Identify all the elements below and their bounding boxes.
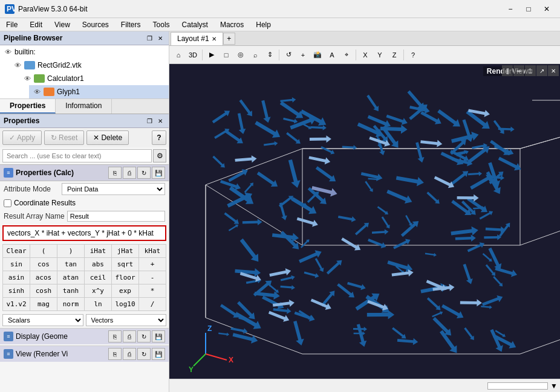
formula-box[interactable]: vectors_X * iHat + vectors_Y * jHat + 0 … xyxy=(2,225,166,241)
toolbar-reset[interactable]: ↺ xyxy=(282,48,295,62)
pipeline-item-glyph[interactable]: 👁 Glyph1 xyxy=(29,85,169,98)
calc-plus[interactable]: + xyxy=(139,258,166,271)
display-paste-button[interactable]: ⎙ xyxy=(123,330,136,342)
calc-close-paren[interactable]: ) xyxy=(57,245,84,257)
reset-button[interactable]: ↻ Reset xyxy=(44,130,84,145)
calc-cos[interactable]: cos xyxy=(30,258,57,271)
calc-cosh[interactable]: cosh xyxy=(30,284,57,297)
calc-divide[interactable]: / xyxy=(139,298,166,310)
display-reload-button[interactable]: ↻ xyxy=(137,330,151,342)
calc-exp[interactable]: exp xyxy=(112,284,138,297)
calc-norm[interactable]: norm xyxy=(57,298,84,310)
calc-floor[interactable]: floor xyxy=(112,271,138,284)
minimize-button[interactable]: − xyxy=(502,3,519,15)
calc-tan[interactable]: tan xyxy=(57,258,84,271)
attribute-mode-select[interactable]: Point Data xyxy=(62,183,165,195)
calc-paste-button[interactable]: ⎙ xyxy=(123,167,136,179)
calc-khat[interactable]: kHat xyxy=(139,245,166,257)
calc-asin[interactable]: asin xyxy=(3,271,30,284)
menu-tools[interactable]: Tools xyxy=(147,18,176,31)
toolbar-axis-z[interactable]: Z xyxy=(388,48,401,62)
menu-catalyst[interactable]: Catalyst xyxy=(176,18,214,31)
toolbar-screenshot[interactable]: 📸 xyxy=(311,48,324,62)
menu-sources[interactable]: Sources xyxy=(76,18,115,31)
menu-filters[interactable]: Filters xyxy=(115,18,147,31)
toolbar-pan[interactable]: ⇕ xyxy=(263,48,276,62)
menu-file[interactable]: File xyxy=(0,18,24,31)
menu-help[interactable]: Help xyxy=(250,18,277,31)
viewport-tab-layout1[interactable]: Layout #1 ✕ xyxy=(171,32,223,45)
calc-sinh[interactable]: sinh xyxy=(3,284,30,297)
calc-ihat[interactable]: iHat xyxy=(85,245,111,257)
layout-tab-close[interactable]: ✕ xyxy=(212,36,217,42)
visibility-icon-rectgrid[interactable]: 👁 xyxy=(12,60,23,71)
calc-pow[interactable]: x^y xyxy=(85,284,111,297)
calc-sin[interactable]: sin xyxy=(3,258,30,271)
toolbar-orient[interactable]: ⌖ xyxy=(340,48,353,62)
maximize-button[interactable]: □ xyxy=(520,3,537,15)
viewport-3d[interactable]: RenderView1 ‖ ═ □ ↗ ✕ xyxy=(169,64,560,379)
tab-information[interactable]: Information xyxy=(56,99,112,114)
pipeline-float-button[interactable]: ❒ xyxy=(145,33,154,43)
calc-minus[interactable]: - xyxy=(139,271,166,284)
pipeline-close-button[interactable]: ✕ xyxy=(155,33,165,43)
add-layout-button[interactable]: + xyxy=(223,33,235,45)
calc-tanh[interactable]: tanh xyxy=(57,284,84,297)
pipeline-item-builtin[interactable]: 👁 builtin: xyxy=(0,45,169,59)
view-save-button[interactable]: 💾 xyxy=(152,348,165,360)
view-copy-button[interactable]: ⎘ xyxy=(108,348,122,360)
search-settings-button[interactable]: ⚙ xyxy=(153,149,166,162)
properties-close-button[interactable]: ✕ xyxy=(155,116,165,126)
vectors-select[interactable]: Vectors xyxy=(86,314,167,326)
toolbar-camera-plus[interactable]: + xyxy=(296,48,310,62)
visibility-icon-calculator[interactable]: 👁 xyxy=(22,73,33,84)
toolbar-select[interactable]: □ xyxy=(220,48,233,62)
pipeline-item-calculator[interactable]: 👁 Calculator1 xyxy=(19,72,169,85)
display-section[interactable]: ≡ Display (Geome ⎘ ⎙ ↻ 💾 xyxy=(0,328,169,344)
calc-abs[interactable]: abs xyxy=(85,258,111,271)
calc-atan[interactable]: atan xyxy=(57,271,84,284)
calc-save-button[interactable]: 💾 xyxy=(152,167,165,179)
display-copy-button[interactable]: ⎘ xyxy=(108,330,122,342)
menu-view[interactable]: View xyxy=(48,18,76,31)
apply-button[interactable]: ✓ Apply xyxy=(2,130,42,145)
toolbar-interact[interactable]: ▶ xyxy=(205,48,218,62)
calc-dot[interactable]: v1.v2 xyxy=(3,298,30,310)
view-reload-button[interactable]: ↻ xyxy=(137,348,151,360)
calc-mag[interactable]: mag xyxy=(30,298,57,310)
close-button[interactable]: ✕ xyxy=(538,3,555,15)
menu-edit[interactable]: Edit xyxy=(24,18,48,31)
view-paste-button[interactable]: ⎙ xyxy=(123,348,136,360)
calc-jhat[interactable]: jHat xyxy=(112,245,138,257)
toolbar-3d-toggle[interactable]: 3D xyxy=(186,48,200,62)
scalars-select[interactable]: Scalars xyxy=(2,314,83,326)
calc-multiply[interactable]: * xyxy=(139,284,166,297)
properties-float-button[interactable]: ❒ xyxy=(145,116,154,126)
calc-acos[interactable]: acos xyxy=(30,271,57,284)
display-save-button[interactable]: 💾 xyxy=(152,330,165,342)
calc-ceil[interactable]: ceil xyxy=(85,271,111,284)
toolbar-pick[interactable]: ◎ xyxy=(234,48,247,62)
visibility-icon-builtin[interactable]: 👁 xyxy=(2,47,13,57)
view-section[interactable]: ≡ View (Render Vi ⎘ ⎙ ↻ 💾 xyxy=(0,345,169,362)
toolbar-zoom-box[interactable]: ⌕ xyxy=(249,48,262,62)
toolbar-reset-camera[interactable]: ⌂ xyxy=(172,48,185,62)
toolbar-axis-y[interactable]: Y xyxy=(373,48,386,62)
search-input[interactable] xyxy=(2,149,152,162)
result-name-input[interactable] xyxy=(67,211,165,222)
toolbar-help[interactable]: ? xyxy=(406,48,420,62)
help-button[interactable]: ? xyxy=(152,130,166,145)
calc-clear[interactable]: Clear xyxy=(3,245,30,257)
calc-reload-button[interactable]: ↻ xyxy=(137,167,151,179)
coordinate-results-checkbox[interactable] xyxy=(4,199,11,207)
visibility-icon-glyph[interactable]: 👁 xyxy=(31,86,42,97)
menu-macros[interactable]: Macros xyxy=(214,18,250,31)
pipeline-item-rectgrid[interactable]: 👁 RectGrid2.vtk xyxy=(10,59,169,72)
calc-log10[interactable]: log10 xyxy=(112,298,138,310)
calc-sqrt[interactable]: sqrt xyxy=(112,258,138,271)
toolbar-axis-x[interactable]: X xyxy=(359,48,372,62)
calc-open-paren[interactable]: ( xyxy=(30,245,57,257)
delete-button[interactable]: ✕ Delete xyxy=(86,130,129,145)
calc-ln[interactable]: ln xyxy=(85,298,111,310)
tab-properties[interactable]: Properties xyxy=(0,99,56,114)
